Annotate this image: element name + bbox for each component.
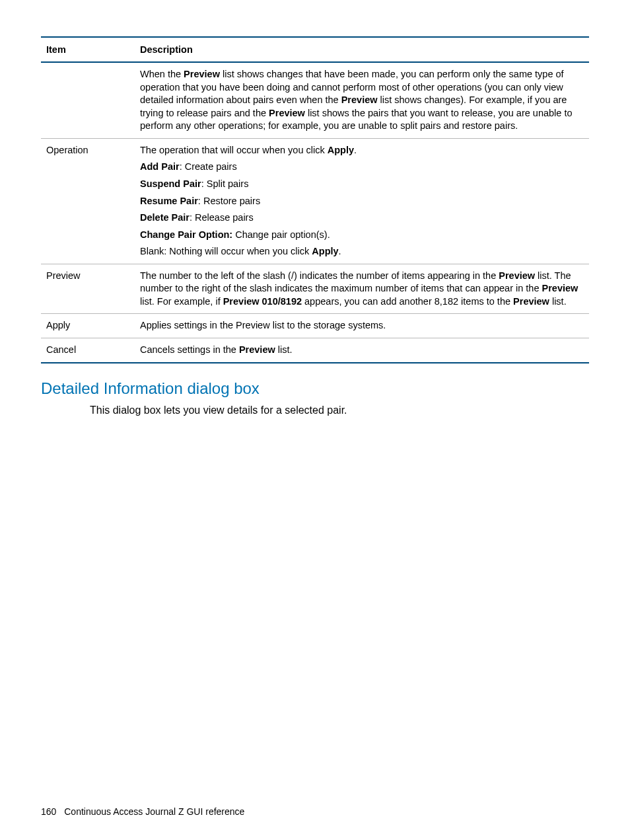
footer-title: Continuous Access Journal Z GUI referenc… [64, 806, 244, 817]
cell-item: Operation [41, 138, 135, 264]
desc-text: list. [275, 344, 293, 355]
desc-text: The number to the left of the slash (/) … [140, 270, 499, 281]
cell-description: The operation that will occur when you c… [135, 138, 589, 264]
table-row: When the Preview list shows changes that… [41, 62, 589, 138]
header-item: Item [41, 37, 135, 62]
bold-preview-example: Preview 010/8192 [223, 296, 302, 307]
desc-text: list. [549, 296, 567, 307]
table-row: Cancel Cancels settings in the Preview l… [41, 338, 589, 363]
bold-add-pair: Add Pair [140, 161, 180, 172]
desc-text: : Restore pairs [198, 196, 260, 206]
table-row: Preview The number to the left of the sl… [41, 264, 589, 314]
bold-preview: Preview [269, 108, 305, 118]
table-row: Apply Applies settings in the Preview li… [41, 314, 589, 338]
bold-apply: Apply [312, 246, 338, 256]
page-number: 160 [41, 806, 56, 817]
page-footer: 160 Continuous Access Journal Z GUI refe… [41, 806, 244, 817]
header-description: Description [135, 37, 589, 62]
cell-item [41, 62, 135, 138]
bold-preview: Preview [239, 344, 275, 355]
cell-description: Applies settings in the Preview list to … [135, 314, 589, 338]
bold-change-pair-option: Change Pair Option: [140, 229, 232, 240]
desc-text: . [339, 246, 341, 256]
desc-text: . [354, 145, 357, 155]
bold-preview: Preview [499, 270, 535, 281]
bold-resume-pair: Resume Pair [140, 196, 198, 206]
table-row: Operation The operation that will occur … [41, 138, 589, 264]
bold-suspend-pair: Suspend Pair [140, 178, 201, 189]
bold-preview: Preview [184, 69, 220, 79]
desc-text: Blank: Nothing will occur when you click [140, 246, 312, 256]
desc-text: appears, you can add another 8,182 items… [302, 296, 513, 307]
bold-apply: Apply [328, 145, 354, 155]
desc-text: When the [140, 69, 184, 79]
desc-text: The operation that will occur when you c… [140, 145, 328, 155]
cell-item: Apply [41, 314, 135, 338]
bold-preview: Preview [513, 296, 549, 307]
reference-table: Item Description When the Preview list s… [41, 36, 589, 363]
bold-delete-pair: Delete Pair [140, 212, 190, 223]
desc-text: list. For example, if [140, 296, 223, 307]
cell-item: Cancel [41, 338, 135, 363]
desc-text: : Create pairs [180, 161, 237, 172]
bold-preview: Preview [341, 95, 378, 105]
cell-description: When the Preview list shows changes that… [135, 62, 589, 138]
cell-description: The number to the left of the slash (/) … [135, 264, 589, 314]
desc-text: Change pair option(s). [232, 229, 330, 240]
desc-text: : Release pairs [190, 212, 254, 223]
cell-item: Preview [41, 264, 135, 314]
desc-text: Applies settings in the Preview list to … [140, 319, 584, 332]
cell-description: Cancels settings in the Preview list. [135, 338, 589, 363]
desc-text: Cancels settings in the [140, 344, 239, 355]
section-heading: Detailed Information dialog box [41, 379, 589, 398]
bold-preview: Preview [542, 283, 578, 293]
section-intro: This dialog box lets you view details fo… [90, 404, 589, 416]
desc-text: : Split pairs [201, 178, 249, 189]
